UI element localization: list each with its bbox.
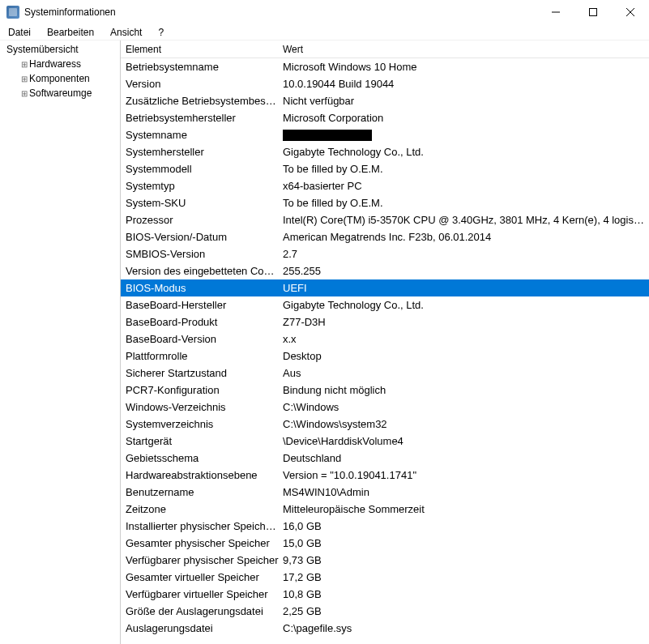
maximize-button[interactable] [574, 0, 612, 24]
tree-root-label: Systemübersicht [6, 44, 79, 55]
detail-key: BIOS-Version/-Datum [121, 231, 280, 243]
expand-icon[interactable]: ⊞ [19, 89, 29, 98]
detail-value: 255.255 [280, 265, 649, 277]
detail-row[interactable]: BIOS-ModusUEFI [121, 279, 649, 296]
detail-key: Gebietsschema [121, 452, 280, 464]
detail-row[interactable]: Startgerät\Device\HarddiskVolume4 [121, 433, 649, 450]
detail-value: \Device\HarddiskVolume4 [280, 435, 649, 447]
detail-row[interactable]: Version10.0.19044 Build 19044 [121, 75, 649, 92]
detail-row[interactable]: Zusätzliche Betriebsystembesch...Nicht v… [121, 92, 649, 109]
detail-row[interactable]: Gesamter physischer Speicher15,0 GB [121, 535, 649, 552]
detail-key: Betriebsystemname [121, 61, 280, 73]
detail-value: 10,8 GB [280, 588, 649, 600]
detail-key: Startgerät [121, 435, 280, 447]
detail-row[interactable]: Sicherer StartzustandAus [121, 365, 649, 382]
expand-icon[interactable]: ⊞ [19, 75, 29, 83]
detail-row[interactable]: AuslagerungsdateiC:\pagefile.sys [121, 620, 649, 637]
detail-row[interactable]: Verfügbarer physischer Speicher9,73 GB [121, 552, 649, 569]
detail-key: PCR7-Konfiguration [121, 384, 280, 396]
expand-icon[interactable]: ⊞ [19, 60, 29, 69]
detail-row[interactable]: Version des eingebetteten Cont...255.255 [121, 262, 649, 279]
detail-row[interactable]: BetriebsystemherstellerMicrosoft Corpora… [121, 109, 649, 126]
detail-key: Systemhersteller [121, 146, 280, 158]
detail-row[interactable]: HardwareabstraktionsebeneVersion = "10.0… [121, 467, 649, 484]
detail-row[interactable]: BaseBoard-Versionx.x [121, 331, 649, 348]
detail-row[interactable]: GebietsschemaDeutschland [121, 450, 649, 467]
detail-key: Systemtyp [121, 180, 280, 192]
detail-value: x.x [280, 333, 649, 345]
detail-value [280, 129, 649, 142]
detail-value: Nicht verfügbar [280, 95, 649, 107]
detail-value: Gigabyte Technology Co., Ltd. [280, 146, 649, 158]
menu-help[interactable]: ? [155, 25, 167, 40]
detail-row[interactable]: Systemtypx64-basierter PC [121, 177, 649, 194]
detail-row[interactable]: BetriebsystemnameMicrosoft Windows 10 Ho… [121, 58, 649, 75]
detail-key: Prozessor [121, 214, 280, 226]
detail-row[interactable]: PlattformrolleDesktop [121, 348, 649, 365]
tree-item[interactable]: ⊞Softwareumge [3, 86, 120, 100]
detail-row[interactable]: SystemmodellTo be filled by O.E.M. [121, 160, 649, 177]
detail-value: MS4WIN10\Admin [280, 486, 649, 498]
detail-key: Sicherer Startzustand [121, 367, 280, 379]
minimize-button[interactable] [537, 0, 574, 24]
column-header-value[interactable]: Wert [280, 44, 649, 55]
tree-root[interactable]: Systemübersicht [3, 42, 120, 57]
detail-row[interactable]: Verfügbarer virtueller Speicher10,8 GB [121, 586, 649, 603]
detail-key: Zusätzliche Betriebsystembesch... [121, 95, 280, 107]
detail-value: Bindung nicht möglich [280, 384, 649, 396]
detail-value: 2,25 GB [280, 605, 649, 617]
detail-value: 17,2 GB [280, 571, 649, 583]
detail-value: Intel(R) Core(TM) i5-3570K CPU @ 3.40GHz… [280, 214, 649, 226]
detail-key: Gesamter physischer Speicher [121, 537, 280, 549]
detail-key: BaseBoard-Hersteller [121, 299, 280, 311]
detail-value: Desktop [280, 350, 649, 362]
detail-row[interactable]: BaseBoard-HerstellerGigabyte Technology … [121, 296, 649, 313]
detail-value: Mitteleuropäische Sommerzeit [280, 503, 649, 515]
detail-value: 2.7 [280, 248, 649, 260]
detail-key: Größe der Auslagerungsdatei [121, 605, 280, 617]
detail-value: C:\Windows [280, 401, 649, 413]
detail-key: Version des eingebetteten Cont... [121, 265, 280, 277]
detail-row[interactable]: BenutzernameMS4WIN10\Admin [121, 484, 649, 501]
detail-key: BaseBoard-Version [121, 333, 280, 345]
detail-row[interactable]: System-SKUTo be filled by O.E.M. [121, 194, 649, 211]
detail-row[interactable]: Installierter physischer Speicher...16,0… [121, 518, 649, 535]
detail-row[interactable]: SystemverzeichnisC:\Windows\system32 [121, 416, 649, 433]
detail-row[interactable]: Gesamter virtueller Speicher17,2 GB [121, 569, 649, 586]
detail-key: Betriebsystemhersteller [121, 112, 280, 124]
detail-key: Verfügbarer physischer Speicher [121, 554, 280, 566]
tree-item-label: Komponenten [29, 73, 90, 84]
menu-file[interactable]: Datei [5, 25, 34, 40]
menu-edit[interactable]: Bearbeiten [44, 25, 97, 40]
detail-row[interactable]: PCR7-KonfigurationBindung nicht möglich [121, 382, 649, 399]
tree-item[interactable]: ⊞Komponenten [3, 71, 120, 86]
column-header-element[interactable]: Element [121, 44, 280, 55]
detail-row[interactable]: BaseBoard-ProduktZ77-D3H [121, 313, 649, 331]
menu-view[interactable]: Ansicht [107, 25, 145, 40]
detail-value: UEFI [280, 282, 649, 294]
detail-row[interactable]: SMBIOS-Version2.7 [121, 245, 649, 262]
detail-value: Microsoft Corporation [280, 112, 649, 124]
detail-row[interactable]: BIOS-Version/-DatumAmerican Megatrends I… [121, 228, 649, 245]
detail-value: 15,0 GB [280, 537, 649, 549]
detail-key: System-SKU [121, 197, 280, 209]
detail-row[interactable]: ZeitzoneMitteleuropäische Sommerzeit [121, 501, 649, 518]
detail-row[interactable]: Größe der Auslagerungsdatei2,25 GB [121, 603, 649, 620]
detail-row[interactable]: ProzessorIntel(R) Core(TM) i5-3570K CPU … [121, 211, 649, 228]
close-button[interactable] [612, 0, 649, 24]
detail-value: 16,0 GB [280, 520, 649, 532]
detail-key: Gesamter virtueller Speicher [121, 571, 280, 583]
tree-item[interactable]: ⊞Hardwaress [3, 57, 120, 71]
window-title: Systeminformationen [24, 6, 116, 18]
detail-value: Microsoft Windows 10 Home [280, 61, 649, 73]
detail-value: C:\pagefile.sys [280, 622, 649, 634]
detail-key: Zeitzone [121, 503, 280, 515]
details-list: BetriebsystemnameMicrosoft Windows 10 Ho… [121, 58, 649, 644]
detail-key: Auslagerungsdatei [121, 622, 280, 634]
detail-value: 10.0.19044 Build 19044 [280, 78, 649, 90]
detail-key: Version [121, 78, 280, 90]
detail-row[interactable]: Systemname [121, 126, 649, 143]
detail-row[interactable]: Windows-VerzeichnisC:\Windows [121, 399, 649, 416]
detail-value: To be filled by O.E.M. [280, 163, 649, 175]
detail-row[interactable]: SystemherstellerGigabyte Technology Co.,… [121, 143, 649, 160]
